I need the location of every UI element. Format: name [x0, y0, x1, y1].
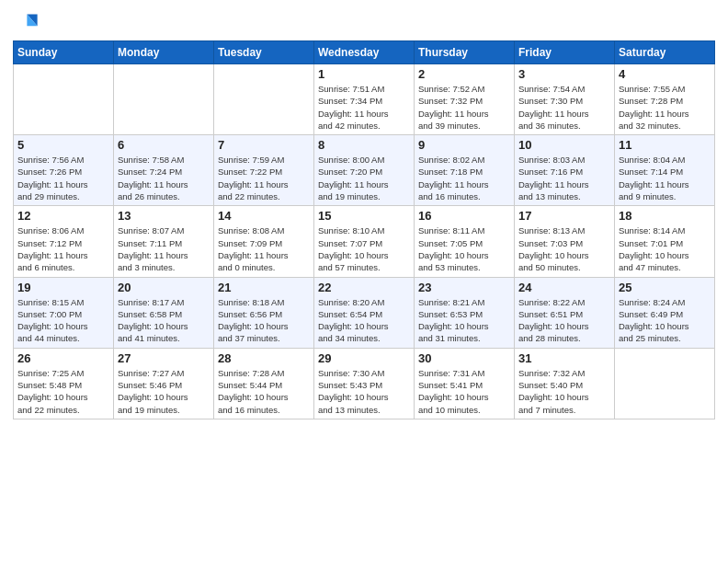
- day-info: Sunrise: 7:52 AM Sunset: 7:32 PM Dayligh…: [418, 83, 510, 132]
- day-number: 30: [418, 351, 510, 365]
- day-number: 29: [318, 351, 410, 365]
- day-info: Sunrise: 7:56 AM Sunset: 7:26 PM Dayligh…: [17, 154, 109, 202]
- day-number: 23: [418, 281, 510, 294]
- day-info: Sunrise: 8:14 AM Sunset: 7:01 PM Dayligh…: [619, 224, 711, 273]
- day-info: Sunrise: 8:10 AM Sunset: 7:07 PM Dayligh…: [318, 224, 410, 273]
- day-number: 13: [118, 209, 210, 223]
- day-number: 2: [418, 67, 510, 81]
- calendar-cell: 5Sunrise: 7:56 AM Sunset: 7:26 PM Daylig…: [14, 135, 114, 206]
- day-number: 1: [318, 67, 410, 81]
- day-number: 16: [418, 209, 510, 223]
- calendar-cell: 25Sunrise: 8:24 AM Sunset: 6:49 PM Dayli…: [615, 277, 715, 348]
- calendar-cell: 6Sunrise: 7:58 AM Sunset: 7:24 PM Daylig…: [114, 135, 214, 206]
- day-number: 21: [218, 281, 310, 294]
- day-info: Sunrise: 7:58 AM Sunset: 7:24 PM Dayligh…: [118, 154, 210, 202]
- day-number: 22: [318, 281, 410, 294]
- calendar-cell: 16Sunrise: 8:11 AM Sunset: 7:05 PM Dayli…: [415, 206, 515, 277]
- day-number: 17: [518, 209, 610, 223]
- day-info: Sunrise: 7:27 AM Sunset: 5:46 PM Dayligh…: [118, 367, 210, 416]
- day-number: 7: [218, 138, 310, 152]
- day-number: 24: [518, 281, 610, 294]
- calendar-cell: 15Sunrise: 8:10 AM Sunset: 7:07 PM Dayli…: [314, 206, 415, 277]
- calendar-cell: 23Sunrise: 8:21 AM Sunset: 6:53 PM Dayli…: [415, 277, 515, 348]
- day-number: 5: [17, 138, 109, 152]
- weekday-header-sunday: Sunday: [14, 41, 114, 64]
- calendar-cell: 21Sunrise: 8:18 AM Sunset: 6:56 PM Dayli…: [214, 277, 314, 348]
- day-number: 18: [619, 209, 711, 223]
- day-number: 27: [118, 351, 210, 365]
- calendar-week-row: 1Sunrise: 7:51 AM Sunset: 7:34 PM Daylig…: [14, 64, 715, 135]
- day-info: Sunrise: 8:20 AM Sunset: 6:54 PM Dayligh…: [318, 296, 410, 345]
- day-number: 10: [518, 138, 610, 152]
- logo-icon: [13, 9, 39, 35]
- day-number: 4: [619, 67, 711, 81]
- weekday-header-saturday: Saturday: [615, 41, 715, 64]
- calendar-cell: 14Sunrise: 8:08 AM Sunset: 7:09 PM Dayli…: [214, 206, 314, 277]
- calendar-cell: 1Sunrise: 7:51 AM Sunset: 7:34 PM Daylig…: [314, 64, 415, 135]
- day-number: 3: [518, 67, 610, 81]
- day-info: Sunrise: 8:17 AM Sunset: 6:58 PM Dayligh…: [118, 296, 210, 345]
- calendar-week-row: 12Sunrise: 8:06 AM Sunset: 7:12 PM Dayli…: [14, 206, 715, 277]
- header: [13, 9, 715, 35]
- calendar-cell: 31Sunrise: 7:32 AM Sunset: 5:40 PM Dayli…: [515, 348, 615, 419]
- day-info: Sunrise: 8:04 AM Sunset: 7:14 PM Dayligh…: [619, 154, 711, 202]
- day-number: 9: [418, 138, 510, 152]
- day-info: Sunrise: 8:06 AM Sunset: 7:12 PM Dayligh…: [17, 224, 109, 273]
- day-info: Sunrise: 7:28 AM Sunset: 5:44 PM Dayligh…: [218, 367, 310, 416]
- day-info: Sunrise: 8:00 AM Sunset: 7:20 PM Dayligh…: [318, 154, 410, 202]
- calendar-cell: [14, 64, 114, 135]
- calendar-cell: [114, 64, 214, 135]
- calendar-cell: 11Sunrise: 8:04 AM Sunset: 7:14 PM Dayli…: [615, 135, 715, 206]
- calendar-cell: 13Sunrise: 8:07 AM Sunset: 7:11 PM Dayli…: [114, 206, 214, 277]
- day-number: 15: [318, 209, 410, 223]
- day-info: Sunrise: 7:51 AM Sunset: 7:34 PM Dayligh…: [318, 83, 410, 132]
- day-number: 12: [17, 209, 109, 223]
- day-info: Sunrise: 7:30 AM Sunset: 5:43 PM Dayligh…: [318, 367, 410, 416]
- day-info: Sunrise: 8:08 AM Sunset: 7:09 PM Dayligh…: [218, 224, 310, 273]
- calendar-cell: 24Sunrise: 8:22 AM Sunset: 6:51 PM Dayli…: [515, 277, 615, 348]
- calendar-week-row: 5Sunrise: 7:56 AM Sunset: 7:26 PM Daylig…: [14, 135, 715, 206]
- weekday-header-wednesday: Wednesday: [314, 41, 415, 64]
- calendar-cell: 28Sunrise: 7:28 AM Sunset: 5:44 PM Dayli…: [214, 348, 314, 419]
- logo: [13, 9, 44, 35]
- calendar-cell: 8Sunrise: 8:00 AM Sunset: 7:20 PM Daylig…: [314, 135, 415, 206]
- calendar-cell: 19Sunrise: 8:15 AM Sunset: 7:00 PM Dayli…: [14, 277, 114, 348]
- weekday-header-thursday: Thursday: [415, 41, 515, 64]
- calendar-cell: 10Sunrise: 8:03 AM Sunset: 7:16 PM Dayli…: [515, 135, 615, 206]
- day-info: Sunrise: 7:32 AM Sunset: 5:40 PM Dayligh…: [518, 367, 610, 416]
- day-info: Sunrise: 8:03 AM Sunset: 7:16 PM Dayligh…: [518, 154, 610, 202]
- calendar-cell: 18Sunrise: 8:14 AM Sunset: 7:01 PM Dayli…: [615, 206, 715, 277]
- day-number: 31: [518, 351, 610, 365]
- calendar-cell: 9Sunrise: 8:02 AM Sunset: 7:18 PM Daylig…: [415, 135, 515, 206]
- day-info: Sunrise: 8:22 AM Sunset: 6:51 PM Dayligh…: [518, 296, 610, 345]
- day-number: 20: [118, 281, 210, 294]
- calendar-cell: 17Sunrise: 8:13 AM Sunset: 7:03 PM Dayli…: [515, 206, 615, 277]
- calendar-cell: 4Sunrise: 7:55 AM Sunset: 7:28 PM Daylig…: [615, 64, 715, 135]
- day-info: Sunrise: 7:31 AM Sunset: 5:41 PM Dayligh…: [418, 367, 510, 416]
- day-number: 14: [218, 209, 310, 223]
- calendar-cell: [214, 64, 314, 135]
- calendar-cell: 3Sunrise: 7:54 AM Sunset: 7:30 PM Daylig…: [515, 64, 615, 135]
- day-number: 6: [118, 138, 210, 152]
- day-info: Sunrise: 8:02 AM Sunset: 7:18 PM Dayligh…: [418, 154, 510, 202]
- calendar-week-row: 19Sunrise: 8:15 AM Sunset: 7:00 PM Dayli…: [14, 277, 715, 348]
- day-info: Sunrise: 8:18 AM Sunset: 6:56 PM Dayligh…: [218, 296, 310, 345]
- day-number: 11: [619, 138, 711, 152]
- calendar-cell: 30Sunrise: 7:31 AM Sunset: 5:41 PM Dayli…: [415, 348, 515, 419]
- calendar-cell: 29Sunrise: 7:30 AM Sunset: 5:43 PM Dayli…: [314, 348, 415, 419]
- day-number: 25: [619, 281, 711, 294]
- day-info: Sunrise: 7:25 AM Sunset: 5:48 PM Dayligh…: [17, 367, 109, 416]
- day-info: Sunrise: 8:15 AM Sunset: 7:00 PM Dayligh…: [17, 296, 109, 345]
- calendar-week-row: 26Sunrise: 7:25 AM Sunset: 5:48 PM Dayli…: [14, 348, 715, 419]
- day-number: 28: [218, 351, 310, 365]
- day-info: Sunrise: 8:11 AM Sunset: 7:05 PM Dayligh…: [418, 224, 510, 273]
- calendar-cell: 2Sunrise: 7:52 AM Sunset: 7:32 PM Daylig…: [415, 64, 515, 135]
- day-info: Sunrise: 7:55 AM Sunset: 7:28 PM Dayligh…: [619, 83, 711, 132]
- day-info: Sunrise: 8:21 AM Sunset: 6:53 PM Dayligh…: [418, 296, 510, 345]
- day-info: Sunrise: 8:13 AM Sunset: 7:03 PM Dayligh…: [518, 224, 610, 273]
- weekday-header-friday: Friday: [515, 41, 615, 64]
- calendar-cell: 26Sunrise: 7:25 AM Sunset: 5:48 PM Dayli…: [14, 348, 114, 419]
- day-info: Sunrise: 8:24 AM Sunset: 6:49 PM Dayligh…: [619, 296, 711, 345]
- calendar-cell: [615, 348, 715, 419]
- weekday-header-tuesday: Tuesday: [214, 41, 314, 64]
